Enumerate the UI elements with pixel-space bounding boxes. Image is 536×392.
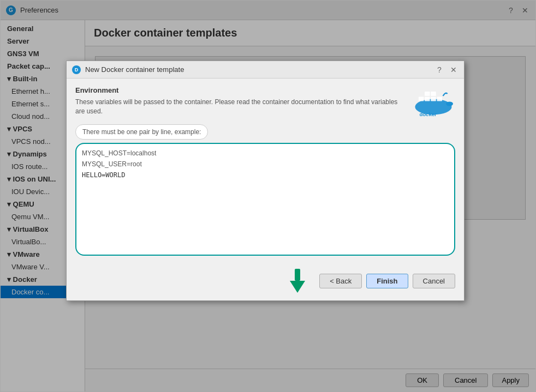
modal-overlay: D New Docker container template ? ✕ Envi… (1, 1, 535, 391)
docker-logo: docker (412, 86, 455, 119)
modal-help-button[interactable]: ? (434, 65, 444, 75)
modal-footer: < Back Finish Cancel (67, 263, 464, 300)
svg-rect-3 (431, 97, 436, 101)
svg-text:docker: docker (419, 111, 437, 117)
modal-description: These variables will be passed to the co… (75, 98, 406, 116)
modal-close-button[interactable]: ✕ (449, 65, 458, 75)
modal-cancel-button[interactable]: Cancel (413, 274, 455, 288)
env-textarea[interactable]: HELLO=WORLD (82, 171, 449, 248)
finish-button[interactable]: Finish (366, 274, 408, 288)
svg-rect-2 (425, 97, 430, 101)
env-example-line2: MYSQL_USER=root (82, 160, 449, 168)
modal-title-bar: D New Docker container template ? ✕ (67, 61, 464, 79)
docker-title-icon: D (72, 65, 81, 74)
svg-rect-5 (431, 92, 436, 96)
svg-rect-4 (425, 92, 430, 96)
modal-title-left: D New Docker container template (72, 65, 184, 74)
modal-docker-info: Environment These variables will be pass… (75, 86, 406, 116)
modal-title-text: New Docker container template (85, 65, 184, 74)
env-instruction: There must be one pair by line, example: (75, 124, 208, 140)
modal-window: D New Docker container template ? ✕ Envi… (66, 61, 464, 301)
modal-controls: ? ✕ (434, 65, 458, 75)
env-example-line1: MYSQL_HOST=localhost (82, 149, 449, 157)
modal-body: Environment These variables will be pass… (67, 79, 464, 263)
modal-section-title: Environment (75, 86, 406, 94)
svg-point-7 (446, 101, 453, 106)
env-input-box[interactable]: MYSQL_HOST=localhost MYSQL_USER=root HEL… (75, 143, 455, 256)
svg-rect-6 (437, 97, 442, 101)
back-button[interactable]: < Back (319, 274, 362, 288)
preferences-window: G Preferences ? ✕ General Server GNS3 VM… (0, 0, 536, 392)
env-instruction-text: There must be one pair by line, example: (82, 128, 201, 136)
svg-rect-1 (419, 97, 424, 101)
modal-docker-header: Environment These variables will be pass… (75, 86, 455, 119)
